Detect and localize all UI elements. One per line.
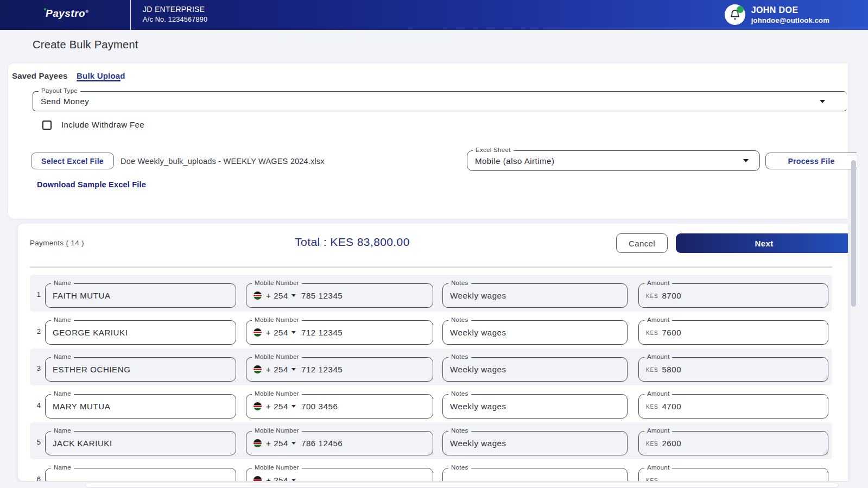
bulk-upload-form-card: Saved Payees Bulk Upload Payout Type Sen…: [8, 64, 848, 219]
mobile-field-label: Mobile Number: [252, 390, 302, 397]
mobile-number-field[interactable]: Mobile Number + 254: [246, 468, 433, 481]
row-index: 1: [30, 290, 41, 299]
process-file-button[interactable]: Process File: [765, 153, 857, 169]
tab-bulk-upload[interactable]: Bulk Upload: [77, 71, 125, 80]
notes-field-value: Weekly wages: [443, 395, 627, 418]
name-field-value: ESTHER OCHIENG: [46, 358, 236, 381]
country-code[interactable]: + 254: [266, 439, 288, 448]
account-number: A/c No. 1234567890: [143, 16, 207, 23]
currency-prefix: KES: [646, 440, 658, 447]
amount-field-value: 2600: [662, 439, 681, 448]
mobile-field-value: 785 12345: [301, 291, 343, 300]
notes-field-label: Notes: [448, 316, 471, 323]
amount-field[interactable]: Amount KES: [638, 468, 828, 481]
payment-row: 5 Name JACK KARIUKI Mobile Number + 254 …: [30, 422, 832, 459]
amount-field[interactable]: Amount KES 4700: [638, 394, 828, 419]
notes-field-label: Notes: [448, 427, 471, 434]
kenya-flag-icon: [254, 402, 262, 410]
chevron-down-icon: [292, 331, 296, 334]
tab-saved-payees[interactable]: Saved Payees: [12, 71, 67, 80]
mobile-field-label: Mobile Number: [252, 316, 302, 323]
name-field-label: Name: [51, 280, 74, 286]
select-excel-file-button[interactable]: Select Excel File: [31, 153, 114, 169]
mobile-number-field[interactable]: Mobile Number + 254 712 12345: [246, 320, 433, 345]
cancel-button[interactable]: Cancel: [616, 233, 668, 253]
excel-sheet-select[interactable]: Excel Sheet Mobile (also Airtime): [467, 150, 760, 171]
payments-total: Total : KES 83,800.00: [244, 236, 461, 249]
amount-field-value: 7600: [662, 328, 681, 337]
currency-prefix: KES: [646, 366, 658, 373]
notes-field[interactable]: Notes Weekly wages: [442, 394, 628, 419]
name-field-value: JACK KARIUKI: [46, 432, 236, 455]
user-email: johndoe@outlook.com: [751, 16, 829, 24]
payments-count: Payments ( 14 ): [30, 239, 84, 247]
mobile-field-label: Mobile Number: [252, 280, 302, 286]
country-code[interactable]: + 254: [266, 328, 288, 337]
mobile-number-field[interactable]: Mobile Number + 254 785 12345: [246, 283, 433, 308]
name-field[interactable]: Name FAITH MUTUA: [45, 283, 236, 308]
notes-field-label: Notes: [448, 390, 471, 397]
mobile-number-field[interactable]: Mobile Number + 254 700 3456: [246, 394, 433, 419]
mobile-field-value: 712 12345: [301, 328, 343, 337]
logo-accent-dot: [44, 8, 46, 10]
notes-field[interactable]: Notes Weekly wages: [442, 283, 628, 308]
notes-field[interactable]: Notes: [442, 468, 628, 481]
horizontal-scrollbar[interactable]: [85, 483, 839, 487]
vertical-scrollbar[interactable]: [851, 160, 856, 307]
name-field-label: Name: [51, 390, 74, 397]
country-code[interactable]: + 254: [266, 476, 288, 481]
country-code[interactable]: + 254: [266, 365, 288, 374]
kenya-flag-icon: [254, 439, 262, 447]
row-index: 2: [30, 327, 41, 335]
amount-field-label: Amount: [644, 280, 672, 286]
notification-avatar[interactable]: [725, 4, 745, 25]
include-withdraw-fee-label: Include Withdraw Fee: [61, 120, 144, 129]
payout-type-select[interactable]: Payout Type Send Money: [33, 91, 847, 111]
mobile-number-field[interactable]: Mobile Number + 254 712 12345: [246, 357, 433, 382]
amount-field-label: Amount: [644, 464, 672, 471]
header-divider: [130, 0, 131, 30]
amount-field[interactable]: Amount KES 8700: [638, 283, 828, 308]
row-index: 3: [30, 364, 41, 372]
currency-prefix: KES: [646, 403, 658, 410]
mobile-field-label: Mobile Number: [252, 464, 302, 471]
mobile-number-field[interactable]: Mobile Number + 254 786 12456: [246, 431, 433, 455]
name-field[interactable]: Name MARY MUTUA: [45, 394, 236, 419]
name-field[interactable]: Name ESTHER OCHIENG: [45, 357, 236, 382]
mobile-field-value: 700 3456: [301, 402, 338, 411]
notes-field[interactable]: Notes Weekly wages: [442, 357, 628, 382]
chevron-down-icon: [820, 100, 825, 103]
currency-prefix: KES: [646, 329, 658, 336]
payment-row: 2 Name GEORGE KARIUKI Mobile Number + 25…: [30, 312, 832, 348]
amount-field-value: 4700: [662, 402, 681, 411]
chevron-down-icon: [292, 368, 296, 371]
amount-field[interactable]: Amount KES 5800: [638, 357, 828, 382]
name-field-label: Name: [51, 464, 74, 471]
name-field[interactable]: Name GEORGE KARIUKI: [45, 320, 236, 345]
amount-field[interactable]: Amount KES 2600: [638, 431, 828, 455]
country-code[interactable]: + 254: [266, 402, 288, 411]
country-code[interactable]: + 254: [266, 291, 288, 300]
name-field[interactable]: Name JACK KARIUKI: [45, 431, 236, 455]
name-field[interactable]: Name: [45, 468, 236, 481]
notes-field-value: Weekly wages: [443, 321, 627, 344]
notes-field[interactable]: Notes Weekly wages: [442, 431, 628, 455]
user-menu[interactable]: JOHN DOE johndoe@outlook.com: [725, 4, 829, 25]
include-withdraw-fee-checkbox[interactable]: [42, 121, 52, 130]
payments-rows: 1 Name FAITH MUTUA Mobile Number + 254 7…: [18, 275, 848, 481]
name-field-value: GEORGE KARIUKI: [46, 321, 236, 344]
mobile-field-value: 786 12456: [301, 439, 343, 448]
payout-type-value: Send Money: [33, 92, 847, 111]
payments-divider: [30, 267, 832, 268]
chevron-down-icon: [292, 442, 296, 445]
amount-field[interactable]: Amount KES 7600: [638, 320, 828, 345]
download-sample-link[interactable]: Download Sample Excel File: [37, 180, 146, 189]
user-info: JOHN DOE johndoe@outlook.com: [751, 5, 829, 24]
notes-field-label: Notes: [448, 464, 471, 471]
name-field-value: [46, 468, 236, 481]
next-button[interactable]: Next: [676, 233, 848, 253]
notes-field-value: Weekly wages: [443, 284, 627, 307]
currency-prefix: KES: [646, 477, 658, 481]
amount-field-label: Amount: [644, 427, 672, 434]
notes-field[interactable]: Notes Weekly wages: [442, 320, 628, 345]
